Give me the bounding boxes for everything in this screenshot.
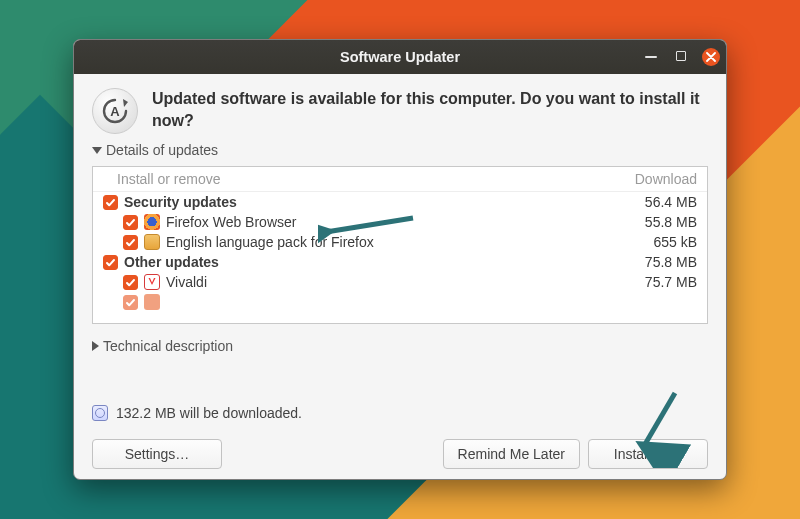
item-firefox[interactable]: Firefox Web Browser 55.8 MB (93, 212, 707, 232)
details-expander[interactable]: Details of updates (92, 142, 708, 158)
tech-expander-label: Technical description (103, 338, 233, 354)
generic-app-icon (144, 294, 160, 310)
settings-button[interactable]: Settings… (92, 439, 222, 469)
download-status-text: 132.2 MB will be downloaded. (116, 405, 302, 421)
updates-list[interactable]: Install or remove Download Security upda… (92, 166, 708, 324)
window-title: Software Updater (340, 49, 460, 65)
chevron-right-icon (92, 341, 99, 351)
group-size: 56.4 MB (612, 194, 697, 210)
firefox-icon (144, 214, 160, 230)
item-label: Vivaldi (166, 274, 207, 290)
close-icon (706, 52, 716, 62)
checkbox-vivaldi[interactable] (123, 275, 138, 290)
group-security-updates[interactable]: Security updates 56.4 MB (93, 192, 707, 212)
check-icon (125, 297, 136, 308)
vivaldi-icon (144, 274, 160, 290)
refresh-A-icon: A (100, 96, 130, 126)
maximize-button[interactable] (672, 48, 690, 66)
technical-description-expander[interactable]: Technical description (92, 332, 708, 354)
item-label: Firefox Web Browser (166, 214, 296, 230)
item-label: English language pack for Firefox (166, 234, 374, 250)
item-size (612, 294, 697, 310)
checkbox-partial[interactable] (123, 295, 138, 310)
check-icon (125, 237, 136, 248)
checkbox-firefox[interactable] (123, 215, 138, 230)
headline-text: Updated software is available for this c… (152, 88, 708, 131)
col-download-header: Download (612, 171, 697, 187)
checkbox-other-group[interactable] (103, 255, 118, 270)
window-controls (642, 40, 720, 74)
item-size: 655 kB (612, 234, 697, 250)
check-icon (105, 197, 116, 208)
titlebar[interactable]: Software Updater (74, 40, 726, 74)
action-buttons: Settings… Remind Me Later Install Now (92, 439, 708, 469)
install-now-button[interactable]: Install Now (588, 439, 708, 469)
item-size: 75.7 MB (612, 274, 697, 290)
software-updater-window: Software Updater A Updated software is a… (73, 39, 727, 480)
checkbox-security-group[interactable] (103, 195, 118, 210)
updates-list-header: Install or remove Download (93, 167, 707, 192)
check-icon (105, 257, 116, 268)
check-icon (125, 277, 136, 288)
group-other-updates[interactable]: Other updates 75.8 MB (93, 252, 707, 272)
item-label (166, 294, 170, 310)
item-firefox-langpack[interactable]: English language pack for Firefox 655 kB (93, 232, 707, 252)
group-size: 75.8 MB (612, 254, 697, 270)
details-expander-label: Details of updates (106, 142, 218, 158)
col-install-header: Install or remove (117, 171, 612, 187)
group-label: Other updates (124, 254, 219, 270)
package-icon (144, 234, 160, 250)
minimize-button[interactable] (642, 48, 660, 66)
disk-icon (92, 405, 108, 421)
chevron-down-icon (92, 147, 102, 154)
remind-later-button[interactable]: Remind Me Later (443, 439, 580, 469)
close-button[interactable] (702, 48, 720, 66)
check-icon (125, 217, 136, 228)
download-status: 132.2 MB will be downloaded. (92, 403, 708, 431)
group-label: Security updates (124, 194, 237, 210)
item-size: 55.8 MB (612, 214, 697, 230)
item-vivaldi[interactable]: Vivaldi 75.7 MB (93, 272, 707, 292)
svg-text:A: A (110, 104, 120, 119)
updater-app-icon: A (92, 88, 138, 134)
item-partial[interactable] (93, 292, 707, 312)
checkbox-langpack[interactable] (123, 235, 138, 250)
